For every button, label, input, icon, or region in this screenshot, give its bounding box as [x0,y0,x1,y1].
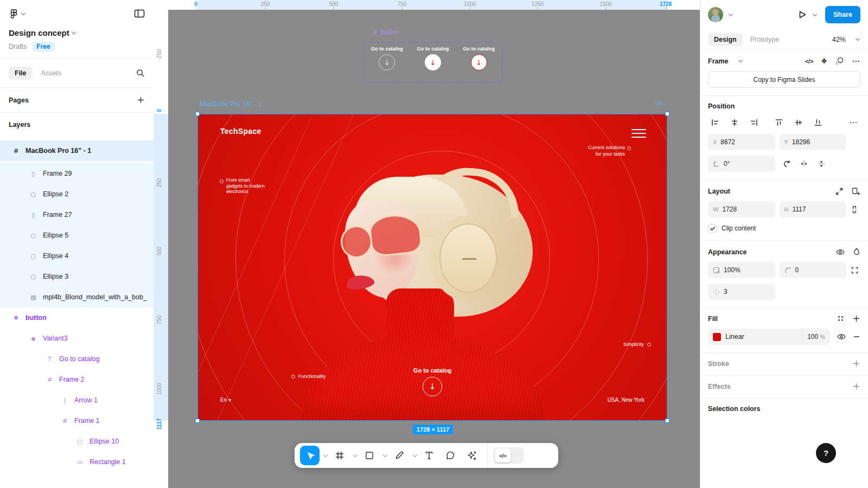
layer-row[interactable]: ▯ Frame 27 [0,204,154,225]
y-position-field[interactable]: Y 18296 [780,134,847,150]
button-variant[interactable]: Go to catalog ↓ [364,46,410,82]
tab-file[interactable]: File [9,67,33,80]
language-selector[interactable]: En ▾ [220,397,231,403]
pen-tool-button[interactable] [390,446,409,465]
layer-row[interactable]: ○ Ellipse 4 [0,246,154,266]
add-stroke-icon[interactable] [852,359,860,368]
hamburger-menu-icon[interactable] [631,129,646,140]
layer-row[interactable]: ▯ Frame 29 [0,163,154,184]
chevron-down-icon[interactable] [813,11,817,16]
blend-drop-icon[interactable] [853,247,860,256]
zoom-level[interactable]: 42% [832,36,846,43]
layer-row[interactable]: T Go to catalog [0,349,154,369]
chevron-down-icon[interactable] [856,36,860,41]
add-page-button[interactable] [137,96,145,104]
canvas[interactable]: ❖ button Go to catalog ↓ Go to catalog ↓ [154,0,700,488]
present-button[interactable] [796,9,807,20]
add-auto-layout-icon[interactable] [851,187,860,196]
text-tool-button[interactable] [419,446,439,465]
use-as-mask-icon[interactable] [835,56,844,66]
layer-row[interactable]: ▭ Rectangle 1 [0,452,154,472]
move-tool-button[interactable] [300,446,320,465]
create-component-icon[interactable]: ❖ [821,57,827,65]
more-alignment-icon[interactable] [846,117,860,129]
add-fill-icon[interactable] [852,314,860,323]
button-variant[interactable]: Go to catalog ↓ [410,46,456,82]
height-field[interactable]: H 1117 [780,201,847,217]
dev-mode-toggle[interactable]: </> [494,447,524,464]
dev-mode-frame-icon[interactable]: </> [655,100,663,107]
share-button[interactable]: Share [825,6,860,23]
remove-fill-icon[interactable] [853,333,860,341]
flip-horizontal-icon[interactable] [797,157,811,171]
align-h-center-button[interactable] [727,117,742,129]
selection-type[interactable]: Frame [708,57,729,65]
tab-design[interactable]: Design [708,33,743,46]
flip-vertical-icon[interactable] [814,157,828,171]
layer-row[interactable]: ○ Ellipse 10 [0,431,154,452]
align-v-center-button[interactable] [792,117,806,129]
chevron-down-icon[interactable] [413,452,417,457]
corner-radius-field[interactable]: 0 [780,262,847,278]
align-right-button[interactable] [747,117,761,129]
component-set-label[interactable]: ❖ button [373,28,399,36]
fill-visibility-eye-icon[interactable] [837,332,846,341]
toggle-panel-button[interactable] [134,9,145,18]
opacity-field[interactable]: 100% [708,262,775,278]
styles-icon[interactable] [837,314,845,323]
chevron-down-icon[interactable] [729,11,733,16]
x-position-field[interactable]: X 8672 [708,134,775,150]
search-button[interactable] [136,68,145,78]
rotation-field[interactable]: 0° [708,156,775,172]
width-field[interactable]: W 1728 [708,201,775,217]
tab-assets[interactable]: Assets [41,69,62,77]
layer-row[interactable]: ○ Ellipse 3 [0,266,154,287]
component-set-container[interactable]: Go to catalog ↓ Go to catalog ↓ Go to ca… [363,42,502,82]
rotate-icon[interactable] [780,157,794,171]
code-icon[interactable]: </> [805,58,813,65]
actions-tool-button[interactable] [462,446,481,465]
chevron-down-icon[interactable] [738,58,742,62]
title-chevron-icon[interactable] [71,30,75,34]
align-left-button[interactable] [708,117,722,129]
corner-count-field[interactable]: 3 [708,284,775,300]
cta-circle-button[interactable]: ↓ [423,377,442,396]
figma-menu-button[interactable] [9,9,26,19]
layer-row[interactable]: # MacBook Pro 16" - 1 [0,140,154,161]
layer-row[interactable]: | Arrow 1 [0,390,154,410]
chevron-down-icon[interactable] [353,452,358,457]
layer-row[interactable]: ○ Ellipse 5 [0,225,154,246]
visibility-eye-icon[interactable] [835,248,845,256]
resize-to-fit-icon[interactable] [835,187,844,196]
align-top-button[interactable] [772,117,786,129]
cta-go-to-catalog[interactable]: Go to catalog ↓ [197,367,667,396]
comment-tool-button[interactable] [441,446,460,465]
add-effect-icon[interactable] [852,382,860,390]
layer-row[interactable]: ○ Ellipse 2 [0,184,154,204]
layer-row[interactable]: # Frame 2 [0,369,154,390]
clip-content-checkbox[interactable] [708,224,717,233]
expand-icon[interactable] [851,266,860,274]
shape-tool-button[interactable] [360,446,379,465]
fill-opacity-field[interactable]: 100 % [802,329,830,345]
layer-row[interactable]: # Frame 1 [0,410,154,431]
chevron-down-icon[interactable] [323,452,328,457]
breadcrumb[interactable]: Drafts [9,43,27,50]
fill-color-swatch[interactable] [713,333,721,341]
layer-row[interactable]: ❖ button [0,307,154,328]
fill-color-row[interactable]: Linear [708,333,802,341]
frame-title[interactable]: MacBook Pro 16" - 1 [200,100,262,108]
layer-row[interactable]: ◆ Variant3 [0,328,154,349]
layer-row[interactable]: ▨ mpl4b_Blond_model_with_a_bob_ [0,287,154,307]
more-icon[interactable] [852,57,860,66]
button-variant[interactable]: Go to catalog ↓ [456,46,502,82]
frame-tool-button[interactable] [330,446,349,465]
align-bottom-button[interactable] [811,117,825,129]
frame-macbook-pro[interactable]: TechSpace Current solutionsfor your task… [197,114,667,421]
constrain-proportions-icon[interactable] [851,205,860,214]
user-avatar[interactable] [708,7,723,22]
help-button[interactable]: ? [816,443,836,463]
tab-prototype[interactable]: Prototype [750,36,780,43]
copy-to-slides-button[interactable]: Copy to Figma Slides [708,71,860,88]
chevron-down-icon[interactable] [383,452,387,457]
